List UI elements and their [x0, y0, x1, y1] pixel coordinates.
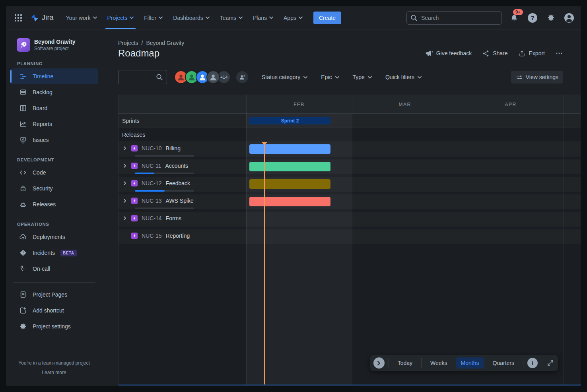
cloud-upload-icon [19, 233, 27, 241]
bell-icon [510, 14, 518, 22]
status-category-dropdown[interactable]: Status category [262, 74, 307, 80]
chevron-down-icon [159, 16, 163, 19]
breadcrumb: Projects / Beyond Gravity [118, 40, 184, 46]
expand-chevron-icon[interactable] [122, 163, 128, 169]
sidebar-divider [13, 282, 95, 283]
jira-logo[interactable]: Jira [30, 14, 54, 22]
user-avatar[interactable] [206, 70, 220, 84]
epic-name[interactable]: AWS Spike [166, 198, 194, 204]
profile-button[interactable] [563, 12, 575, 24]
epic-bar[interactable] [249, 162, 330, 171]
section-development: DEVELOPMENT [6, 157, 102, 165]
sidebar-item-backlog[interactable]: Backlog [10, 84, 98, 100]
share-icon [482, 50, 490, 57]
sidebar-item-releases[interactable]: Releases [10, 196, 98, 212]
epic-bar[interactable] [249, 144, 330, 154]
fullscreen-button[interactable] [546, 359, 555, 367]
incident-icon [19, 249, 27, 257]
zoom-option-today[interactable]: Today [393, 357, 417, 369]
epic-bar[interactable] [249, 197, 330, 206]
add-person-button[interactable] [236, 71, 248, 83]
type-dropdown[interactable]: Type [353, 74, 372, 80]
sidebar-item-add-shortcut[interactable]: Add shortcut [10, 303, 98, 318]
timeline-search [118, 70, 167, 84]
breadcrumb-projects[interactable]: Projects [118, 40, 138, 46]
page-title: Roadmap [118, 48, 159, 59]
expand-chevron-icon[interactable] [122, 145, 128, 151]
epic-icon[interactable] [131, 215, 138, 221]
project-name: Beyond Gravity [34, 39, 75, 46]
epic-name[interactable]: Reporting [166, 233, 190, 239]
sprint-bar[interactable]: Sprint 2 [249, 117, 330, 124]
sidebar-item-board[interactable]: Board [10, 100, 98, 116]
gear-icon [547, 14, 555, 22]
epic-name[interactable]: Forms [166, 215, 182, 221]
quick-filters-dropdown[interactable]: Quick filters [385, 74, 422, 80]
give-feedback-button[interactable]: Give feedback [425, 49, 472, 57]
epic-name[interactable]: Billing [166, 145, 181, 151]
nav-item-filter[interactable]: Filter [139, 6, 168, 29]
chevron-down-icon [269, 16, 273, 19]
learn-more-link[interactable]: Learn more [6, 370, 102, 375]
project-title-block: Beyond Gravity Software project [34, 39, 75, 51]
epic-icon[interactable] [131, 233, 138, 239]
epic-bar[interactable] [249, 179, 330, 189]
nav-item-projects[interactable]: Projects [102, 6, 139, 29]
toolbar-divider [523, 358, 523, 368]
zoom-option-weeks[interactable]: Weeks [426, 357, 452, 369]
epic-progress [135, 173, 194, 174]
view-settings-button[interactable]: View settings [511, 71, 563, 83]
app-switcher-icon[interactable] [12, 12, 25, 24]
epic-name[interactable]: Accounts [165, 163, 189, 169]
more-actions-button[interactable] [555, 49, 563, 57]
notifications-button[interactable]: 9+ [508, 12, 520, 24]
board-icon [19, 104, 27, 112]
sidebar-item-deployments[interactable]: Deployments [10, 229, 98, 245]
project-header[interactable]: Beyond Gravity Software project [6, 38, 102, 52]
sidebar-item-issues[interactable]: Issues [10, 132, 98, 148]
sidebar-item-timeline[interactable]: Timeline [10, 68, 98, 84]
create-button[interactable]: Create [313, 12, 341, 24]
nav-item-teams[interactable]: Teams [215, 6, 248, 29]
epic-progress-fill [135, 173, 154, 174]
sidebar-item-project-settings[interactable]: Project settings [10, 318, 98, 334]
epic-row: NUC-12 Feedback [119, 177, 581, 194]
sliders-icon [516, 74, 523, 81]
scroll-right-button[interactable] [373, 357, 385, 369]
zoom-option-months[interactable]: Months [456, 357, 484, 369]
nav-item-plans[interactable]: Plans [248, 6, 278, 29]
epic-icon[interactable] [131, 180, 138, 186]
epic-icon[interactable] [131, 163, 138, 169]
export-icon [518, 50, 526, 57]
beta-badge: BETA [60, 250, 76, 256]
sidebar-item-project-pages[interactable]: Project Pages [10, 287, 98, 303]
nav-item-dashboards[interactable]: Dashboards [168, 6, 215, 29]
nav-item-apps[interactable]: Apps [278, 6, 308, 29]
epic-row: NUC-14 Forms [119, 212, 581, 229]
expand-chevron-icon[interactable] [122, 180, 128, 186]
help-icon: ? [528, 13, 537, 23]
sidebar-item-code[interactable]: Code [10, 165, 98, 180]
export-button[interactable]: Export [518, 50, 545, 57]
info-icon[interactable]: i [527, 358, 538, 368]
sidebar-item-security[interactable]: Security [10, 180, 98, 196]
epic-name[interactable]: Feedback [166, 180, 190, 186]
help-button[interactable]: ? [527, 12, 538, 24]
chevron-down-icon [206, 16, 210, 19]
epic-icon[interactable] [131, 145, 138, 151]
global-search-input[interactable] [406, 11, 502, 25]
settings-button[interactable] [545, 12, 557, 24]
zoom-option-quarters[interactable]: Quarters [488, 357, 519, 369]
expand-chevron-icon[interactable] [122, 198, 128, 204]
sidebar-item-reports[interactable]: Reports [10, 116, 98, 132]
share-button[interactable]: Share [482, 50, 507, 57]
epic-progress-fill [135, 190, 165, 192]
expand-chevron-icon[interactable] [122, 215, 128, 221]
epic-dropdown[interactable]: Epic [321, 74, 339, 80]
epic-icon[interactable] [131, 198, 138, 204]
sidebar-item-incidents[interactable]: Incidents BETA [10, 245, 98, 261]
nav-item-your-work[interactable]: Your work [61, 6, 102, 29]
timeline-month-header: FEB MAR APR [119, 95, 581, 114]
breadcrumb-project-name[interactable]: Beyond Gravity [146, 40, 184, 46]
sidebar-item-on-call[interactable]: On-call [10, 261, 98, 277]
